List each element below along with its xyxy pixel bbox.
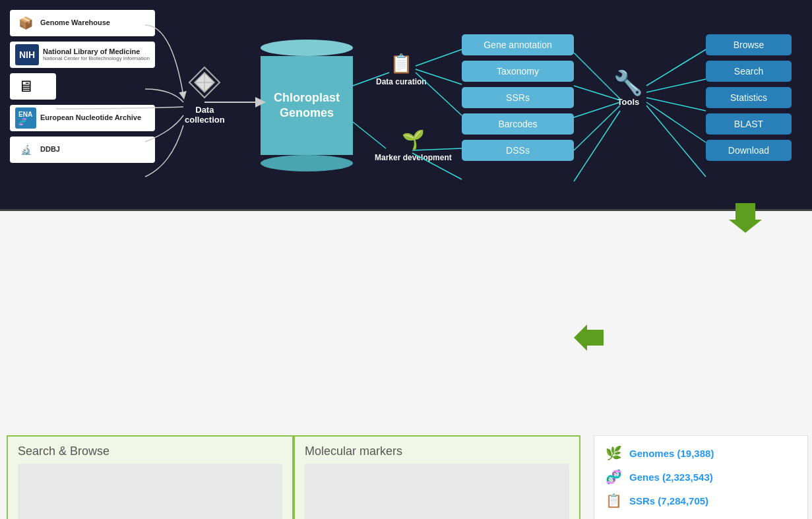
blast-button[interactable]: BLAST — [706, 113, 792, 135]
curation-icon: 📋 — [376, 53, 427, 75]
data-box-dsss: DSSs — [462, 140, 574, 161]
ddbj-icon: 🔬 — [15, 139, 36, 160]
tools-section: 🔧 Tools — [613, 69, 643, 107]
left-arrow — [574, 324, 604, 353]
tool-buttons: Browse Search Statistics BLAST Download — [706, 34, 792, 161]
ssrs-icon: 📋 — [604, 491, 623, 510]
genes-text: Genes (2,323,543) — [629, 472, 713, 483]
molecular-markers-title: Molecular markers — [305, 444, 569, 458]
source-ena: ENA 🧬 European Nucleotide Archive — [10, 105, 155, 131]
genes-icon: 🧬 — [604, 468, 623, 486]
data-curation: 📋 Data curation — [376, 53, 427, 86]
data-collection-label: Datacollection — [185, 105, 225, 125]
genomes-text: Genomes (19,388) — [629, 448, 714, 459]
data-boxes: Gene annotation Taxonomy SSRs Barcodes D… — [462, 34, 574, 161]
data-box-ssrs: SSRs — [462, 87, 574, 108]
cylinder-top — [261, 40, 353, 56]
genome-warehouse-label: Genome Warehouse — [40, 18, 110, 27]
dsss-icon: ⚙ — [604, 515, 623, 519]
genomes-icon: 🌿 — [604, 444, 623, 462]
sources-list: 📦 Genome Warehouse NIH National Library … — [10, 10, 155, 163]
marker-label: Marker development — [375, 153, 452, 162]
stat-ssrs: 📋 SSRs (7,284,705) — [604, 491, 797, 510]
ena-label: European Nucleotide Archive — [40, 113, 141, 122]
source-nih: NIH National Library of Medicine Nationa… — [10, 42, 155, 68]
nih-icon: NIH — [15, 44, 39, 65]
stat-genomes: 🌿 Genomes (19,388) — [604, 444, 797, 462]
search-browse-cell: Search & Browse — [7, 435, 294, 519]
db-cylinder: Chloroplast Genomes — [261, 40, 353, 171]
search-button[interactable]: Search — [706, 61, 792, 82]
molecular-markers-content — [305, 464, 569, 519]
curation-label: Data curation — [376, 77, 427, 86]
diamond-icon — [188, 66, 221, 99]
statistics-button[interactable]: Statistics — [706, 87, 792, 108]
search-browse-title: Search & Browse — [18, 444, 282, 458]
data-box-barcodes: Barcodes — [462, 113, 574, 135]
data-box-taxonomy: Taxonomy — [462, 61, 574, 82]
stat-genes: 🧬 Genes (2,323,543) — [604, 468, 797, 486]
server-icon: 🖥 — [15, 76, 36, 97]
marker-development: 🌱 Marker development — [375, 129, 452, 162]
data-collection: Datacollection — [185, 66, 225, 125]
cylinder-body: Chloroplast Genomes — [261, 56, 353, 155]
svg-marker-4 — [729, 203, 762, 233]
tools-icon: 🔧 — [613, 69, 643, 97]
db-text-line2: Genomes — [280, 106, 334, 121]
ddbj-label: DDBJ — [40, 145, 60, 154]
browse-button[interactable]: Browse — [706, 34, 792, 55]
source-genome-warehouse: 📦 Genome Warehouse — [10, 10, 155, 36]
connecting-arrow — [729, 203, 762, 235]
bottom-grid: Search & Browse Molecular markers Data d… — [7, 435, 580, 519]
download-button[interactable]: Download — [706, 140, 792, 161]
top-section: 📦 Genome Warehouse NIH National Library … — [0, 0, 812, 211]
data-box-gene-annotation: Gene annotation — [462, 34, 574, 55]
molecular-markers-cell: Molecular markers — [294, 435, 580, 519]
source-server: 🖥 — [10, 73, 56, 100]
bottom-section: Search & Browse Molecular markers Data d… — [0, 211, 812, 519]
db-text-line1: Chloroplast — [274, 90, 340, 106]
tools-label: Tools — [613, 97, 643, 107]
ena-icon: ENA 🧬 — [15, 107, 36, 129]
marker-icon: 🌱 — [375, 129, 452, 150]
source-ddbj: 🔬 DDBJ — [10, 137, 155, 163]
search-browse-content — [18, 464, 282, 519]
nih-sublabel: National Center for Biotechnology Inform… — [43, 56, 150, 62]
cylinder-bottom — [261, 155, 353, 171]
genome-warehouse-icon: 📦 — [15, 13, 36, 34]
ssrs-text: SSRs (7,284,705) — [629, 495, 708, 506]
svg-marker-5 — [574, 324, 604, 351]
stats-panel: 🌿 Genomes (19,388) 🧬 Genes (2,323,543) 📋… — [594, 435, 808, 519]
stat-dsss: ⚙ DSSs (38,620,746) — [604, 515, 797, 519]
